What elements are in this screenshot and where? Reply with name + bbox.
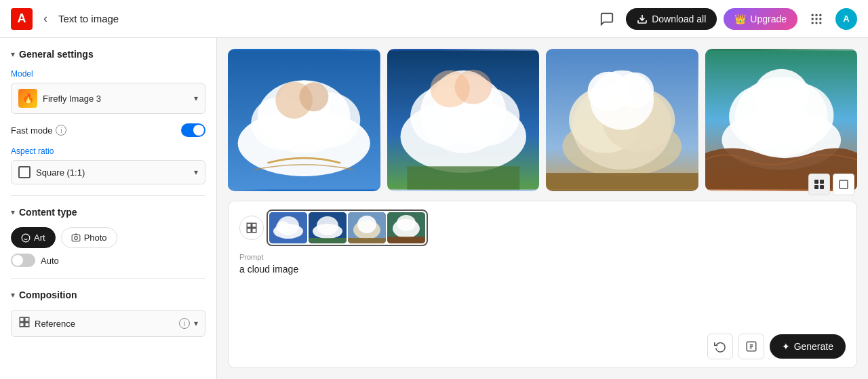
svg-point-66 <box>317 216 338 235</box>
svg-rect-57 <box>252 223 256 227</box>
user-avatar[interactable]: A <box>835 8 857 30</box>
fast-mode-toggle[interactable] <box>181 123 205 137</box>
svg-point-4 <box>812 18 814 20</box>
image-card-2[interactable] <box>387 49 540 191</box>
aspect-select-left: Square (1:1) <box>18 166 85 178</box>
square-aspect-icon <box>18 166 31 178</box>
svg-rect-59 <box>247 228 251 233</box>
image-grid <box>228 49 857 191</box>
prompt-section: Prompt a cloud image <box>239 253 846 327</box>
fast-mode-label: Fast mode i <box>11 125 66 136</box>
apps-button[interactable] <box>804 7 829 31</box>
svg-rect-13 <box>72 235 80 241</box>
general-settings-header[interactable]: ▾ General settings <box>11 49 205 60</box>
svg-rect-56 <box>247 223 251 227</box>
thumbnail-strip-inner <box>267 210 428 246</box>
svg-point-2 <box>815 14 817 16</box>
svg-point-74 <box>397 215 416 231</box>
sidebar: ▾ General settings Model 🔥 Firefly Image… <box>0 38 217 379</box>
upgrade-button[interactable]: 👑 Upgrade <box>724 8 797 30</box>
divider-1 <box>11 195 205 196</box>
svg-rect-53 <box>814 185 818 189</box>
model-name: Firefly Image 3 <box>43 94 101 104</box>
content-type-header[interactable]: ▾ Content type <box>11 207 205 218</box>
art-button[interactable]: Art <box>11 227 56 248</box>
download-all-label: Download all <box>652 14 706 24</box>
image-card-3[interactable] <box>546 49 698 191</box>
svg-rect-67 <box>309 238 347 243</box>
edit-button[interactable] <box>738 334 764 359</box>
upgrade-label: Upgrade <box>750 14 787 24</box>
thumbnail-2[interactable] <box>309 212 347 243</box>
nav-left: A ‹ Text to image <box>11 8 595 30</box>
svg-point-43 <box>616 73 654 108</box>
svg-point-34 <box>454 70 492 104</box>
model-select[interactable]: 🔥 Firefly Image 3 ▾ <box>11 83 205 114</box>
model-select-left: 🔥 Firefly Image 3 <box>18 89 101 108</box>
content-type-title: Content type <box>19 207 77 218</box>
composition-header[interactable]: ▾ Composition <box>11 290 205 300</box>
fast-mode-info-icon[interactable]: i <box>56 125 66 136</box>
general-settings-chevron: ▾ <box>11 49 15 59</box>
bottom-panel: Prompt a cloud image ✦ Generate <box>228 201 857 368</box>
model-chevron-icon: ▾ <box>194 94 198 103</box>
grid-view-button[interactable] <box>808 174 830 195</box>
general-settings-title: General settings <box>19 49 94 60</box>
page-title: Text to image <box>58 13 119 24</box>
reference-right: i ▾ <box>179 318 198 329</box>
prompt-text[interactable]: a cloud image <box>239 264 846 327</box>
svg-point-5 <box>815 18 817 20</box>
svg-rect-75 <box>387 237 425 243</box>
thumbnail-3[interactable] <box>348 212 386 243</box>
svg-point-10 <box>22 234 30 242</box>
thumbnail-strip <box>239 210 846 246</box>
svg-rect-17 <box>25 323 29 327</box>
chat-button[interactable] <box>595 7 619 31</box>
reference-row[interactable]: Reference i ▾ <box>11 310 205 337</box>
add-image-button[interactable] <box>239 216 264 240</box>
download-all-button[interactable]: Download all <box>626 8 717 30</box>
photo-button[interactable]: Photo <box>61 227 117 248</box>
thumbnail-1[interactable] <box>269 212 307 243</box>
svg-rect-71 <box>348 238 386 243</box>
generate-button[interactable]: ✦ Generate <box>770 334 846 359</box>
fast-mode-text: Fast mode <box>11 125 52 136</box>
svg-rect-58 <box>252 228 256 233</box>
single-view-button[interactable] <box>833 174 854 195</box>
reference-label: Reference <box>35 319 75 329</box>
reference-icon <box>18 316 31 331</box>
svg-rect-54 <box>820 185 824 189</box>
composition-chevron: ▾ <box>11 290 15 300</box>
aspect-ratio-select[interactable]: Square (1:1) ▾ <box>11 160 205 184</box>
upgrade-crown-icon: 👑 <box>734 14 746 24</box>
generate-icon: ✦ <box>782 341 790 352</box>
auto-toggle[interactable] <box>11 254 35 267</box>
thumbnail-4[interactable] <box>387 212 425 243</box>
image-card-1[interactable] <box>228 49 380 191</box>
image-card-4[interactable] <box>705 49 858 191</box>
reference-info-icon[interactable]: i <box>179 318 190 329</box>
history-button[interactable] <box>707 334 733 359</box>
svg-point-26 <box>299 82 328 111</box>
back-button[interactable]: ‹ <box>39 9 52 28</box>
svg-point-50 <box>753 69 809 122</box>
model-icon: 🔥 <box>18 89 37 108</box>
photo-label: Photo <box>84 233 107 243</box>
nav-right: Download all 👑 Upgrade A <box>595 7 857 31</box>
main-layout: ▾ General settings Model 🔥 Firefly Image… <box>0 38 868 379</box>
svg-rect-55 <box>840 180 848 188</box>
svg-point-9 <box>819 22 821 24</box>
divider-2 <box>11 278 205 279</box>
content-area: Prompt a cloud image ✦ Generate <box>217 38 868 379</box>
model-label: Model <box>11 69 205 79</box>
aspect-ratio-label: Aspect ratio <box>11 146 205 156</box>
art-label: Art <box>34 233 45 243</box>
top-navigation: A ‹ Text to image Download all 👑 Upgrade <box>0 0 868 38</box>
bottom-actions: ✦ Generate <box>239 334 846 359</box>
svg-rect-15 <box>20 317 24 321</box>
svg-rect-35 <box>407 166 519 189</box>
aspect-ratio-value: Square (1:1) <box>36 167 85 178</box>
aspect-ratio-chevron-icon: ▾ <box>194 167 198 177</box>
generate-label: Generate <box>794 341 833 352</box>
svg-rect-18 <box>20 323 24 327</box>
